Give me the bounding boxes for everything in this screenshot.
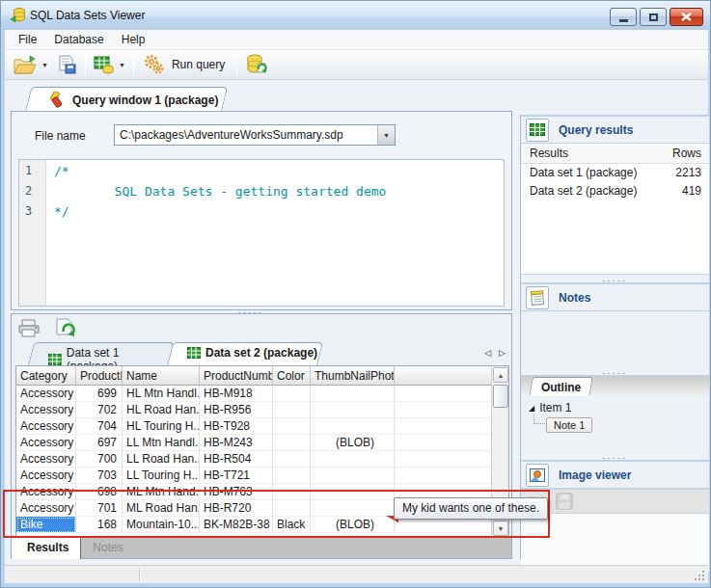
cell[interactable]: HB-M243 [200, 435, 273, 451]
editor-code-area[interactable]: 1/* 2 SQL Data Sets - getting started de… [19, 164, 504, 225]
tab-data-set-1[interactable]: Data set 1 (package) [37, 342, 172, 365]
cell[interactable]: HL Mtn Handl... [123, 386, 200, 402]
sql-editor[interactable]: 1/* 2 SQL Data Sets - getting started de… [18, 159, 505, 307]
cell[interactable]: Accessory [16, 435, 76, 451]
cell[interactable]: ML Mtn Hand... [123, 484, 200, 500]
cell[interactable]: HB-M918 [200, 386, 273, 402]
cell[interactable]: Accessory [16, 418, 76, 435]
combo-dropdown-button[interactable]: ▼ [377, 125, 395, 145]
cell[interactable]: HB-M763 [200, 484, 273, 500]
cell[interactable] [273, 386, 311, 402]
cell[interactable] [311, 500, 395, 517]
title-bar[interactable]: SQL Data Sets Viewer [1, 1, 711, 30]
column-header[interactable]: ProductID [76, 366, 123, 386]
cell[interactable]: LL Touring H... [123, 468, 200, 484]
cell[interactable] [311, 386, 395, 402]
table-row[interactable]: Accessory700LL Road Han...HB-R504 [16, 451, 508, 468]
cell[interactable]: 702 [76, 402, 123, 418]
cell[interactable]: 701 [76, 500, 123, 517]
maximize-button[interactable] [640, 8, 667, 26]
datasets-dropdown-icon[interactable]: ▼ [118, 62, 125, 68]
cell[interactable]: HB-R956 [200, 402, 273, 418]
filename-combobox[interactable]: C:\packages\AdventureWorksSummary.sdp ▼ [114, 124, 396, 146]
cell[interactable]: 168 [76, 517, 123, 533]
list-item[interactable]: Data set 1 (package) 2213 [521, 164, 709, 182]
cell[interactable]: HL Touring H... [123, 418, 200, 435]
table-row[interactable]: Accessory697LL Mtn Handl...HB-M243(BLOB) [16, 435, 508, 451]
cell[interactable] [273, 418, 311, 435]
scroll-up-icon[interactable]: ▲ [493, 367, 508, 383]
cell[interactable] [311, 468, 395, 484]
open-package-button[interactable]: ▼ [9, 52, 52, 78]
rows-column-header[interactable]: Rows [663, 147, 709, 163]
table-row[interactable]: Accessory702HL Road Han...HB-R956 [16, 402, 508, 418]
cell[interactable] [273, 468, 311, 484]
cell[interactable]: HL Road Han... [123, 402, 200, 418]
tree-item-1[interactable]: ◢ Item 1 [529, 401, 709, 414]
tab-data-set-2[interactable]: Data set 2 (package) [176, 342, 320, 365]
scrollbar-thumb[interactable] [493, 385, 508, 408]
column-header[interactable]: ProductNumber [200, 366, 273, 386]
minimize-button[interactable] [610, 8, 637, 26]
cell[interactable] [273, 484, 311, 500]
panel-splitter[interactable]: ..... [521, 452, 709, 460]
menu-database[interactable]: Database [46, 31, 111, 48]
notes-body[interactable] [521, 311, 709, 367]
cell[interactable]: Black [273, 517, 311, 533]
refresh-database-button[interactable] [241, 52, 272, 78]
menu-file[interactable]: File [11, 31, 44, 48]
cell[interactable]: HB-R504 [200, 451, 273, 468]
cell[interactable]: HB-R720 [200, 500, 273, 517]
cell[interactable]: 704 [76, 418, 123, 435]
table-row[interactable]: Accessory704HL Touring H...HB-T928 [16, 418, 508, 435]
column-header[interactable]: ThumbNailPhoto [311, 366, 395, 386]
table-row[interactable]: Accessory699HL Mtn Handl...HB-M918 [16, 386, 508, 402]
tab-scroll-left-icon[interactable]: ◁ [484, 348, 491, 358]
tab-outline[interactable]: Outline [529, 377, 593, 397]
cell[interactable] [273, 451, 311, 468]
datasets-button[interactable]: ▼ [90, 52, 129, 78]
cell[interactable]: HB-T721 [200, 468, 273, 484]
cell[interactable]: Accessory [16, 386, 76, 402]
cell[interactable]: Accessory [16, 468, 76, 484]
tab-results[interactable]: Results [12, 538, 81, 559]
save-package-button[interactable] [52, 52, 81, 78]
export-refresh-button[interactable] [52, 316, 79, 341]
tree-note-1[interactable]: Note 1 [546, 417, 592, 433]
run-query-button[interactable]: Run query [138, 52, 232, 78]
column-header[interactable]: Category [16, 366, 76, 386]
cell[interactable]: 699 [76, 386, 123, 402]
cell[interactable]: Accessory [16, 402, 76, 418]
cell[interactable] [311, 402, 395, 418]
tab-query-window-1[interactable]: Query window 1 (package) [34, 87, 225, 112]
cell[interactable]: HB-T928 [200, 418, 273, 435]
cell[interactable]: (BLOB) [311, 517, 395, 533]
menu-help[interactable]: Help [114, 31, 153, 48]
tab-scroll-right-icon[interactable]: ▷ [499, 348, 506, 358]
filename-value[interactable]: C:\packages\AdventureWorksSummary.sdp [115, 128, 377, 142]
cell[interactable]: LL Road Han... [123, 451, 200, 468]
table-row[interactable]: Accessory703LL Touring H...HB-T721 [16, 468, 508, 484]
cell[interactable] [311, 484, 395, 500]
cell[interactable] [311, 418, 395, 435]
resize-grip[interactable] [695, 571, 704, 580]
scroll-down-icon[interactable]: ▼ [493, 521, 508, 536]
cell[interactable]: 697 [76, 435, 123, 451]
column-header[interactable]: Name [123, 366, 200, 386]
tab-notes[interactable]: Notes [81, 538, 134, 557]
column-header[interactable]: Color [273, 366, 311, 386]
list-item[interactable]: Data set 2 (package) 419 [521, 182, 709, 200]
cell[interactable] [273, 500, 311, 517]
cell[interactable]: BK-M82B-38 [200, 517, 273, 533]
cell[interactable] [311, 451, 395, 468]
cell[interactable]: Accessory [16, 500, 76, 517]
selected-cell[interactable]: Bike [16, 517, 76, 533]
cell[interactable]: (BLOB) [311, 435, 395, 451]
panel-splitter[interactable]: ..... [521, 367, 709, 375]
cell[interactable]: LL Mtn Handl... [123, 435, 200, 451]
cell[interactable] [273, 402, 311, 418]
cell[interactable]: Accessory [16, 451, 76, 468]
cell[interactable]: Mountain-10... [123, 517, 200, 533]
close-button[interactable] [670, 8, 703, 26]
cell[interactable]: 698 [76, 484, 123, 500]
